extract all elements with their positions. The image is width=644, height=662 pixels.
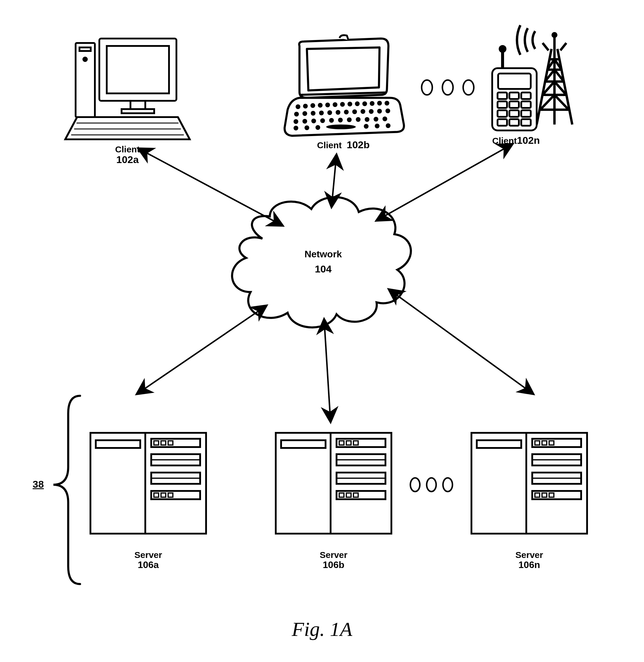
- svg-point-31: [336, 110, 340, 115]
- svg-point-50: [304, 125, 309, 130]
- client-a-ref: 102a: [101, 154, 154, 165]
- svg-point-22: [362, 101, 367, 106]
- server-a-label-text: Server: [134, 550, 162, 560]
- svg-rect-130: [542, 441, 547, 445]
- server-n-label-text: Server: [515, 550, 543, 560]
- svg-rect-127: [477, 440, 521, 448]
- svg-rect-84: [498, 110, 507, 117]
- server-n-ref: 106n: [500, 560, 559, 570]
- ellipsis-servers-icon: [410, 478, 453, 492]
- client-b-ref: 102b: [347, 139, 370, 150]
- svg-point-27: [302, 111, 307, 116]
- svg-point-55: [386, 123, 390, 128]
- svg-point-29: [319, 111, 324, 115]
- svg-point-92: [422, 80, 432, 95]
- server-n-label: Server 106n: [500, 550, 559, 570]
- svg-point-19: [340, 102, 345, 107]
- svg-rect-129: [535, 441, 539, 445]
- client-laptop-icon: [285, 35, 404, 136]
- svg-point-2: [83, 58, 87, 61]
- svg-point-53: [364, 124, 369, 129]
- svg-rect-86: [521, 110, 531, 117]
- svg-rect-116: [353, 441, 358, 445]
- svg-point-28: [311, 111, 316, 116]
- svg-rect-101: [168, 441, 173, 445]
- client-b-label-text: Client: [317, 140, 342, 150]
- svg-point-41: [320, 118, 325, 123]
- arrow-client-n: [376, 144, 513, 221]
- svg-rect-85: [509, 110, 519, 117]
- svg-point-39: [302, 119, 307, 123]
- svg-point-46: [365, 117, 369, 122]
- client-a-label-text: Client: [115, 144, 140, 154]
- svg-point-36: [377, 109, 382, 114]
- svg-point-23: [370, 101, 374, 106]
- svg-line-74: [560, 43, 566, 50]
- svg-point-45: [356, 117, 361, 122]
- svg-point-52: [326, 124, 356, 129]
- svg-rect-1: [79, 47, 91, 51]
- svg-point-37: [386, 109, 390, 113]
- svg-rect-123: [346, 493, 351, 497]
- svg-point-32: [344, 110, 349, 114]
- client-n-label-text: Client: [492, 136, 517, 145]
- ellipsis-clients-icon: [422, 80, 474, 95]
- client-n-ref: 102n: [517, 135, 540, 146]
- svg-point-91: [500, 46, 506, 52]
- client-n-label: Client102n: [492, 135, 569, 146]
- svg-point-44: [347, 117, 352, 122]
- client-b-label: Client 102b: [305, 139, 382, 150]
- svg-point-42: [329, 118, 334, 123]
- svg-point-54: [375, 123, 380, 128]
- server-a-icon: [90, 433, 206, 534]
- svg-point-43: [338, 118, 343, 122]
- svg-rect-115: [346, 441, 351, 445]
- svg-rect-82: [509, 101, 519, 108]
- svg-rect-83: [521, 101, 531, 108]
- svg-point-33: [352, 109, 357, 114]
- server-group-ref: 38: [32, 479, 44, 490]
- svg-point-26: [294, 112, 299, 116]
- svg-rect-78: [498, 92, 507, 99]
- svg-rect-97: [96, 440, 140, 448]
- svg-point-14: [303, 104, 308, 109]
- server-b-label: Server 106b: [304, 550, 363, 570]
- svg-point-93: [442, 80, 453, 95]
- client-a-label: Client 102a: [101, 144, 154, 165]
- svg-rect-114: [339, 441, 344, 445]
- svg-rect-122: [339, 493, 344, 497]
- server-n-icon: [472, 433, 587, 534]
- svg-point-18: [333, 102, 338, 107]
- svg-rect-88: [509, 119, 519, 126]
- svg-point-20: [347, 102, 352, 107]
- svg-point-21: [355, 101, 360, 106]
- svg-rect-109: [168, 493, 173, 497]
- svg-rect-5: [131, 101, 145, 109]
- svg-rect-99: [154, 441, 159, 445]
- svg-line-73: [543, 43, 549, 50]
- svg-point-48: [383, 116, 387, 121]
- server-b-label-text: Server: [320, 550, 347, 560]
- server-b-ref: 106b: [304, 560, 363, 570]
- svg-rect-87: [498, 119, 507, 126]
- svg-rect-6: [121, 109, 154, 113]
- svg-point-94: [463, 80, 474, 95]
- svg-point-142: [443, 478, 453, 492]
- svg-point-16: [318, 103, 323, 108]
- arrow-server-n: [388, 289, 534, 394]
- svg-point-30: [327, 110, 332, 115]
- svg-point-47: [374, 117, 378, 121]
- network-ref: 104: [294, 264, 353, 275]
- svg-point-140: [410, 478, 420, 492]
- svg-rect-137: [535, 493, 539, 497]
- arrow-client-a: [138, 148, 283, 226]
- svg-point-51: [316, 125, 320, 130]
- svg-point-141: [427, 478, 436, 492]
- svg-rect-139: [549, 493, 554, 497]
- svg-point-49: [294, 126, 298, 131]
- svg-point-38: [294, 119, 298, 124]
- svg-rect-100: [161, 441, 166, 445]
- arrow-server-b: [324, 319, 330, 423]
- svg-rect-138: [542, 493, 547, 497]
- svg-rect-131: [549, 441, 554, 445]
